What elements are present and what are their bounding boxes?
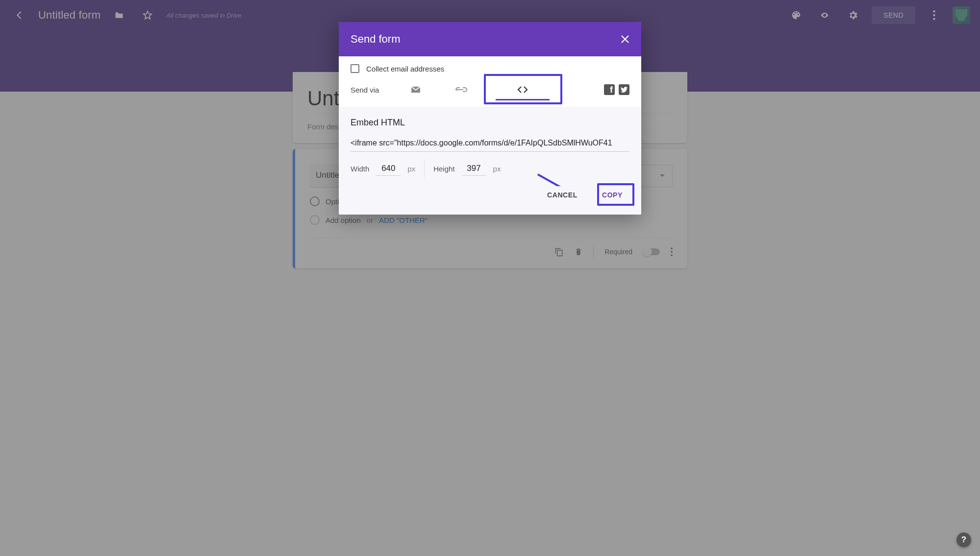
- modal-scrim: Send form Collect email addresses Send v…: [0, 0, 980, 556]
- checkbox-icon[interactable]: [351, 64, 359, 73]
- px-label: px: [493, 165, 501, 173]
- width-input[interactable]: [376, 162, 401, 176]
- embed-html-label: Embed HTML: [351, 118, 629, 128]
- send-via-link-tab[interactable]: [432, 80, 491, 99]
- embed-code-field[interactable]: <iframe src="https://docs.google.com/for…: [351, 136, 629, 152]
- height-label: Height: [433, 165, 454, 173]
- send-via-row: Send via: [351, 80, 629, 99]
- cancel-button[interactable]: CANCEL: [540, 186, 584, 204]
- close-icon[interactable]: [621, 35, 629, 44]
- send-via-embed-tab[interactable]: [491, 80, 554, 99]
- send-via-email-tab[interactable]: [400, 80, 432, 99]
- facebook-icon[interactable]: [604, 84, 615, 95]
- collect-emails-label: Collect email addresses: [366, 65, 444, 73]
- collect-emails-row[interactable]: Collect email addresses: [351, 64, 629, 73]
- width-label: Width: [351, 165, 369, 173]
- height-input[interactable]: [462, 162, 486, 176]
- dialog-title: Send form: [351, 33, 401, 46]
- dialog-header: Send form: [339, 22, 641, 56]
- send-via-label: Send via: [351, 86, 400, 94]
- twitter-icon[interactable]: [619, 84, 629, 95]
- help-icon[interactable]: ?: [956, 532, 971, 547]
- divider: [424, 160, 425, 177]
- copy-button[interactable]: COPY: [595, 186, 629, 204]
- send-form-dialog: Send form Collect email addresses Send v…: [339, 22, 641, 215]
- px-label: px: [407, 165, 415, 173]
